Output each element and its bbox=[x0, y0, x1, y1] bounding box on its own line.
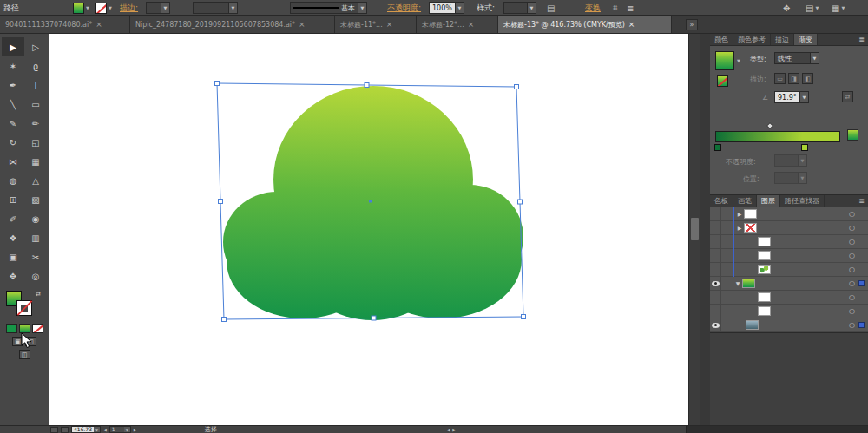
close-icon[interactable]: × bbox=[95, 20, 102, 29]
opacity-link[interactable]: 不透明度: bbox=[387, 3, 421, 14]
tab-swatches[interactable]: 色板 bbox=[710, 195, 733, 207]
artboard-tool[interactable]: ▣ bbox=[2, 247, 24, 266]
tab-overflow-button[interactable]: » bbox=[686, 19, 698, 30]
panel-menu-icon[interactable]: ≣ bbox=[855, 195, 868, 207]
document-tab-active[interactable]: 未标题-13* @ 416.73% (CMYK/预览)× bbox=[498, 16, 672, 33]
distribute-icon[interactable]: ≣ bbox=[627, 3, 634, 13]
layer-thumbnail[interactable] bbox=[744, 209, 757, 219]
artboard-canvas[interactable] bbox=[49, 34, 688, 425]
panel-menu-icon[interactable]: ≣ bbox=[855, 34, 868, 45]
visibility-toggle[interactable] bbox=[710, 263, 721, 276]
scale-tool[interactable]: ◱ bbox=[24, 133, 47, 152]
gradient-annotator-icon[interactable] bbox=[847, 129, 858, 141]
tab-color[interactable]: 颜色 bbox=[710, 34, 733, 45]
target-circle-icon[interactable]: ○ bbox=[849, 280, 855, 287]
layer-thumbnail[interactable] bbox=[744, 223, 757, 233]
width-profile-dropdown[interactable]: ▼ bbox=[193, 2, 238, 14]
tab-color-guide[interactable]: 颜色参考 bbox=[733, 34, 771, 45]
layer-thumbnail[interactable] bbox=[758, 237, 771, 246]
target-circle-icon[interactable]: ○ bbox=[849, 253, 855, 259]
layer-thumbnail[interactable] bbox=[758, 265, 771, 274]
tab-brushes[interactable]: 画笔 bbox=[733, 195, 757, 207]
layer-row[interactable]: ▶ ○ bbox=[710, 221, 868, 235]
gradient-stop-right[interactable] bbox=[801, 144, 808, 151]
tab-stroke[interactable]: 描边 bbox=[771, 34, 794, 45]
gradient-stop-left[interactable] bbox=[714, 144, 721, 151]
paintbrush-tool[interactable]: ✎ bbox=[2, 114, 24, 133]
gradient-midpoint-handle[interactable] bbox=[766, 122, 773, 129]
color-button[interactable] bbox=[6, 324, 17, 333]
stroke-within-icon[interactable]: ▭ bbox=[774, 73, 786, 84]
target-circle-icon[interactable]: ○ bbox=[849, 308, 855, 315]
layer-thumbnail[interactable] bbox=[758, 292, 771, 302]
gradient-type-dropdown[interactable]: 线性▼ bbox=[774, 52, 819, 64]
layer-row[interactable]: ○ bbox=[710, 291, 868, 305]
hand-tool[interactable]: ✥ bbox=[2, 266, 24, 285]
layer-thumbnail[interactable] bbox=[758, 251, 771, 260]
next-artboard-icon[interactable]: ▶ bbox=[134, 427, 137, 432]
screen-mode-icon[interactable]: ◫ bbox=[19, 350, 30, 359]
free-transform-tool[interactable]: ▦ bbox=[24, 152, 47, 171]
workspace-icon[interactable]: ▦ bbox=[832, 3, 839, 13]
document-setup-icon[interactable]: ▤ bbox=[547, 3, 555, 13]
style-dropdown[interactable]: ▼ bbox=[503, 2, 536, 14]
close-icon[interactable]: × bbox=[386, 20, 393, 29]
layer-thumbnail[interactable] bbox=[746, 320, 759, 330]
scroll-left-icon[interactable]: ◀ bbox=[447, 427, 450, 432]
tab-gradient[interactable]: 渐变 bbox=[794, 34, 818, 45]
handle-bottom-right[interactable] bbox=[522, 315, 526, 319]
gradient-angle-field[interactable]: 91.9°▼ bbox=[774, 91, 809, 103]
panel-options-icon[interactable]: ▤ bbox=[806, 3, 813, 13]
eyedropper-tool[interactable]: ✐ bbox=[2, 209, 24, 228]
vertical-scrollbar[interactable] bbox=[688, 34, 700, 425]
visibility-toggle[interactable] bbox=[710, 291, 721, 304]
target-circle-icon[interactable]: ○ bbox=[849, 266, 855, 273]
perspective-grid-tool[interactable]: △ bbox=[24, 171, 47, 190]
move-icon[interactable]: ✥ bbox=[783, 3, 790, 13]
layer-row[interactable]: ○ bbox=[710, 235, 868, 249]
handle-top-middle[interactable] bbox=[365, 83, 369, 88]
document-tab[interactable]: 未标题-12*...× bbox=[417, 16, 498, 33]
handle-top-right[interactable] bbox=[515, 85, 519, 89]
target-circle-icon[interactable]: ○ bbox=[849, 211, 855, 218]
layer-row[interactable]: ○ bbox=[710, 305, 868, 318]
handle-top-left[interactable] bbox=[215, 82, 220, 86]
gradient-slider[interactable] bbox=[715, 131, 840, 142]
magic-wand-tool[interactable]: ✶ bbox=[2, 56, 24, 75]
tab-layers[interactable]: 图层 bbox=[757, 195, 780, 207]
artboard-navigation-dropdown[interactable]: 1▼ bbox=[109, 426, 131, 433]
symbol-sprayer-tool[interactable]: ❖ bbox=[2, 228, 24, 247]
swap-fill-stroke-icon[interactable]: ⇄ bbox=[36, 291, 41, 298]
handle-bottom-middle[interactable] bbox=[372, 316, 376, 320]
bush-shape[interactable] bbox=[223, 86, 523, 320]
blend-tool[interactable]: ◉ bbox=[24, 209, 47, 228]
zoom-tool[interactable]: ◎ bbox=[24, 266, 47, 285]
stroke-weight-dropdown[interactable]: ▼ bbox=[146, 2, 170, 14]
transform-link[interactable]: 变换 bbox=[585, 3, 601, 14]
fill-color-dropdown[interactable]: ▼ bbox=[73, 2, 89, 14]
none-button[interactable] bbox=[32, 324, 43, 333]
visibility-toggle[interactable] bbox=[710, 305, 721, 318]
gradient-thumbnail[interactable] bbox=[715, 51, 734, 70]
layer-row[interactable]: ▶ ○ bbox=[710, 207, 868, 221]
expand-arrow-icon[interactable]: ▶ bbox=[735, 211, 744, 217]
document-tab[interactable]: 未标题-11*...× bbox=[335, 16, 417, 33]
scroll-right-icon[interactable]: ▶ bbox=[452, 427, 456, 432]
close-icon[interactable]: × bbox=[299, 20, 306, 29]
rectangle-tool[interactable]: ▭ bbox=[24, 95, 47, 114]
stroke-color-dropdown[interactable]: ▼ bbox=[95, 2, 112, 14]
pen-tool[interactable]: ✒ bbox=[2, 75, 24, 95]
handle-middle-right[interactable] bbox=[518, 200, 523, 204]
visibility-toggle[interactable] bbox=[710, 221, 721, 234]
layer-row[interactable]: ○ bbox=[710, 249, 868, 263]
prev-artboard-icon[interactable]: ◀ bbox=[103, 427, 107, 432]
close-icon[interactable]: × bbox=[468, 20, 475, 29]
target-circle-icon[interactable]: ○ bbox=[849, 225, 855, 232]
lasso-tool[interactable]: ϱ bbox=[24, 56, 47, 75]
line-segment-tool[interactable]: ╲ bbox=[2, 95, 24, 114]
status-icon-left-2[interactable] bbox=[61, 427, 69, 433]
stroke-link[interactable]: 描边: bbox=[120, 3, 138, 14]
status-icon-left[interactable] bbox=[50, 427, 58, 433]
reverse-gradient-icon[interactable]: ⇄ bbox=[842, 91, 853, 102]
layer-thumbnail[interactable] bbox=[742, 279, 755, 288]
